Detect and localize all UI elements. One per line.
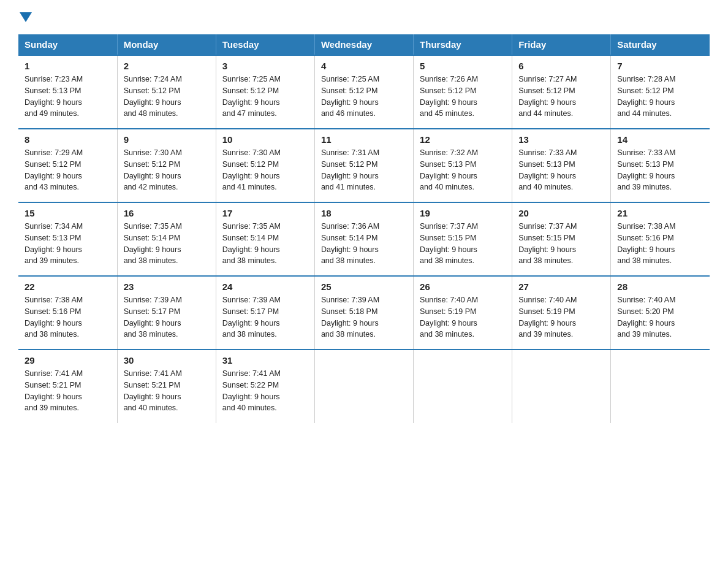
day-number: 21 [617, 208, 703, 218]
calendar-cell: 26 Sunrise: 7:40 AMSunset: 5:19 PMDaylig… [414, 276, 512, 350]
calendar-table: SundayMondayTuesdayWednesdayThursdayFrid… [18, 34, 710, 423]
header-saturday: Saturday [611, 34, 710, 55]
calendar-cell: 8 Sunrise: 7:29 AMSunset: 5:12 PMDayligh… [18, 129, 117, 202]
day-number: 23 [124, 282, 210, 292]
page-header [18, 12, 710, 22]
calendar-cell: 18 Sunrise: 7:36 AMSunset: 5:14 PMDaylig… [314, 202, 413, 276]
day-number: 13 [518, 134, 604, 145]
calendar-cell [512, 350, 611, 423]
day-info: Sunrise: 7:38 AMSunset: 5:16 PMDaylight:… [617, 222, 675, 265]
day-number: 17 [222, 208, 308, 218]
day-number: 15 [25, 208, 111, 218]
calendar-cell [314, 350, 413, 423]
day-info: Sunrise: 7:34 AMSunset: 5:13 PMDaylight:… [25, 222, 83, 265]
calendar-cell: 22 Sunrise: 7:38 AMSunset: 5:16 PMDaylig… [18, 276, 117, 350]
day-info: Sunrise: 7:41 AMSunset: 5:21 PMDaylight:… [124, 369, 182, 412]
calendar-cell: 19 Sunrise: 7:37 AMSunset: 5:15 PMDaylig… [414, 202, 512, 276]
calendar-cell: 20 Sunrise: 7:37 AMSunset: 5:15 PMDaylig… [512, 202, 611, 276]
calendar-cell: 15 Sunrise: 7:34 AMSunset: 5:13 PMDaylig… [18, 202, 117, 276]
day-info: Sunrise: 7:39 AMSunset: 5:17 PMDaylight:… [124, 296, 182, 339]
calendar-cell: 21 Sunrise: 7:38 AMSunset: 5:16 PMDaylig… [611, 202, 710, 276]
day-info: Sunrise: 7:28 AMSunset: 5:12 PMDaylight:… [617, 75, 675, 118]
day-info: Sunrise: 7:36 AMSunset: 5:14 PMDaylight:… [321, 222, 379, 265]
calendar-cell: 4 Sunrise: 7:25 AMSunset: 5:12 PMDayligh… [314, 55, 413, 129]
calendar-cell: 28 Sunrise: 7:40 AMSunset: 5:20 PMDaylig… [611, 276, 710, 350]
day-number: 25 [321, 282, 407, 292]
day-info: Sunrise: 7:39 AMSunset: 5:17 PMDaylight:… [222, 296, 281, 339]
header-sunday: Sunday [18, 34, 117, 55]
day-number: 14 [617, 134, 703, 145]
calendar-cell: 6 Sunrise: 7:27 AMSunset: 5:12 PMDayligh… [512, 55, 611, 129]
calendar-week-row: 22 Sunrise: 7:38 AMSunset: 5:16 PMDaylig… [18, 276, 710, 350]
calendar-header-row: SundayMondayTuesdayWednesdayThursdayFrid… [18, 34, 710, 55]
header-tuesday: Tuesday [216, 34, 314, 55]
calendar-cell: 30 Sunrise: 7:41 AMSunset: 5:21 PMDaylig… [117, 350, 216, 423]
calendar-cell: 14 Sunrise: 7:33 AMSunset: 5:13 PMDaylig… [611, 129, 710, 202]
day-info: Sunrise: 7:39 AMSunset: 5:18 PMDaylight:… [321, 296, 379, 339]
day-number: 28 [617, 282, 703, 292]
day-info: Sunrise: 7:30 AMSunset: 5:12 PMDaylight:… [124, 148, 182, 191]
calendar-week-row: 8 Sunrise: 7:29 AMSunset: 5:12 PMDayligh… [18, 129, 710, 202]
calendar-cell: 12 Sunrise: 7:32 AMSunset: 5:13 PMDaylig… [414, 129, 512, 202]
day-number: 16 [124, 208, 210, 218]
calendar-cell: 10 Sunrise: 7:30 AMSunset: 5:12 PMDaylig… [216, 129, 314, 202]
day-info: Sunrise: 7:41 AMSunset: 5:21 PMDaylight:… [25, 369, 83, 412]
day-number: 26 [420, 282, 506, 292]
calendar-cell [611, 350, 710, 423]
day-info: Sunrise: 7:40 AMSunset: 5:20 PMDaylight:… [617, 296, 675, 339]
calendar-cell: 7 Sunrise: 7:28 AMSunset: 5:12 PMDayligh… [611, 55, 710, 129]
day-info: Sunrise: 7:31 AMSunset: 5:12 PMDaylight:… [321, 148, 379, 191]
day-number: 12 [420, 134, 506, 145]
day-number: 22 [25, 282, 111, 292]
logo-triangle-icon [20, 12, 32, 22]
calendar-cell: 27 Sunrise: 7:40 AMSunset: 5:19 PMDaylig… [512, 276, 611, 350]
day-info: Sunrise: 7:25 AMSunset: 5:12 PMDaylight:… [222, 75, 281, 118]
calendar-week-row: 29 Sunrise: 7:41 AMSunset: 5:21 PMDaylig… [18, 350, 710, 423]
calendar-cell: 2 Sunrise: 7:24 AMSunset: 5:12 PMDayligh… [117, 55, 216, 129]
day-info: Sunrise: 7:25 AMSunset: 5:12 PMDaylight:… [321, 75, 379, 118]
day-number: 30 [124, 355, 210, 366]
day-info: Sunrise: 7:32 AMSunset: 5:13 PMDaylight:… [420, 148, 478, 191]
calendar-cell [414, 350, 512, 423]
day-info: Sunrise: 7:24 AMSunset: 5:12 PMDaylight:… [124, 75, 182, 118]
calendar-cell: 16 Sunrise: 7:35 AMSunset: 5:14 PMDaylig… [117, 202, 216, 276]
day-number: 9 [124, 134, 210, 145]
calendar-cell: 1 Sunrise: 7:23 AMSunset: 5:13 PMDayligh… [18, 55, 117, 129]
day-number: 19 [420, 208, 506, 218]
calendar-cell: 23 Sunrise: 7:39 AMSunset: 5:17 PMDaylig… [117, 276, 216, 350]
day-info: Sunrise: 7:27 AMSunset: 5:12 PMDaylight:… [518, 75, 577, 118]
day-info: Sunrise: 7:33 AMSunset: 5:13 PMDaylight:… [518, 148, 577, 191]
calendar-cell: 29 Sunrise: 7:41 AMSunset: 5:21 PMDaylig… [18, 350, 117, 423]
day-number: 1 [25, 61, 111, 71]
day-info: Sunrise: 7:35 AMSunset: 5:14 PMDaylight:… [124, 222, 182, 265]
day-number: 7 [617, 61, 703, 71]
day-number: 8 [25, 134, 111, 145]
day-number: 24 [222, 282, 308, 292]
calendar-cell: 11 Sunrise: 7:31 AMSunset: 5:12 PMDaylig… [314, 129, 413, 202]
calendar-cell: 3 Sunrise: 7:25 AMSunset: 5:12 PMDayligh… [216, 55, 314, 129]
day-info: Sunrise: 7:29 AMSunset: 5:12 PMDaylight:… [25, 148, 83, 191]
calendar-cell: 13 Sunrise: 7:33 AMSunset: 5:13 PMDaylig… [512, 129, 611, 202]
day-number: 20 [518, 208, 604, 218]
day-info: Sunrise: 7:35 AMSunset: 5:14 PMDaylight:… [222, 222, 281, 265]
day-number: 29 [25, 355, 111, 366]
day-info: Sunrise: 7:26 AMSunset: 5:12 PMDaylight:… [420, 75, 478, 118]
day-number: 2 [124, 61, 210, 71]
day-info: Sunrise: 7:23 AMSunset: 5:13 PMDaylight:… [25, 75, 83, 118]
calendar-cell: 5 Sunrise: 7:26 AMSunset: 5:12 PMDayligh… [414, 55, 512, 129]
calendar-week-row: 15 Sunrise: 7:34 AMSunset: 5:13 PMDaylig… [18, 202, 710, 276]
calendar-cell: 17 Sunrise: 7:35 AMSunset: 5:14 PMDaylig… [216, 202, 314, 276]
day-info: Sunrise: 7:37 AMSunset: 5:15 PMDaylight:… [518, 222, 577, 265]
calendar-week-row: 1 Sunrise: 7:23 AMSunset: 5:13 PMDayligh… [18, 55, 710, 129]
header-thursday: Thursday [414, 34, 512, 55]
calendar-cell: 31 Sunrise: 7:41 AMSunset: 5:22 PMDaylig… [216, 350, 314, 423]
day-info: Sunrise: 7:38 AMSunset: 5:16 PMDaylight:… [25, 296, 83, 339]
calendar-cell: 24 Sunrise: 7:39 AMSunset: 5:17 PMDaylig… [216, 276, 314, 350]
header-friday: Friday [512, 34, 611, 55]
day-number: 18 [321, 208, 407, 218]
day-number: 6 [518, 61, 604, 71]
day-info: Sunrise: 7:40 AMSunset: 5:19 PMDaylight:… [518, 296, 577, 339]
day-number: 11 [321, 134, 407, 145]
calendar-cell: 9 Sunrise: 7:30 AMSunset: 5:12 PMDayligh… [117, 129, 216, 202]
day-number: 5 [420, 61, 506, 71]
